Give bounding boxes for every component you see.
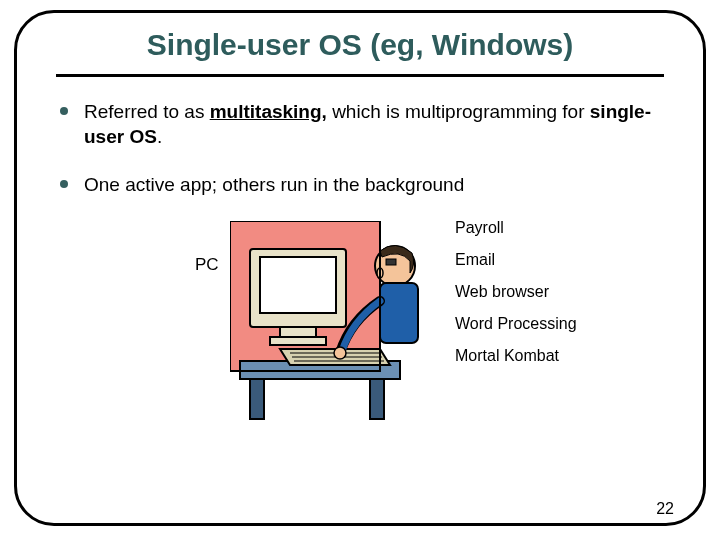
svg-rect-5	[260, 257, 336, 313]
svg-point-16	[334, 347, 346, 359]
page-number: 22	[656, 500, 674, 518]
task-item: Email	[455, 251, 577, 269]
svg-rect-3	[370, 379, 384, 419]
task-item: Mortal Kombat	[455, 347, 577, 365]
svg-rect-13	[386, 259, 396, 265]
svg-rect-2	[250, 379, 264, 419]
task-item: Payroll	[455, 219, 577, 237]
task-item: Word Processing	[455, 315, 577, 333]
computer-user-clipart	[230, 221, 440, 421]
task-list: Payroll Email Web browser Word Processin…	[455, 219, 577, 379]
figure-area: PC Payroll Email Web browser Word Proc	[0, 219, 720, 439]
task-item: Web browser	[455, 283, 577, 301]
svg-rect-15	[380, 283, 418, 343]
pc-label: PC	[195, 255, 219, 275]
svg-rect-7	[270, 337, 326, 345]
svg-rect-6	[280, 327, 316, 337]
